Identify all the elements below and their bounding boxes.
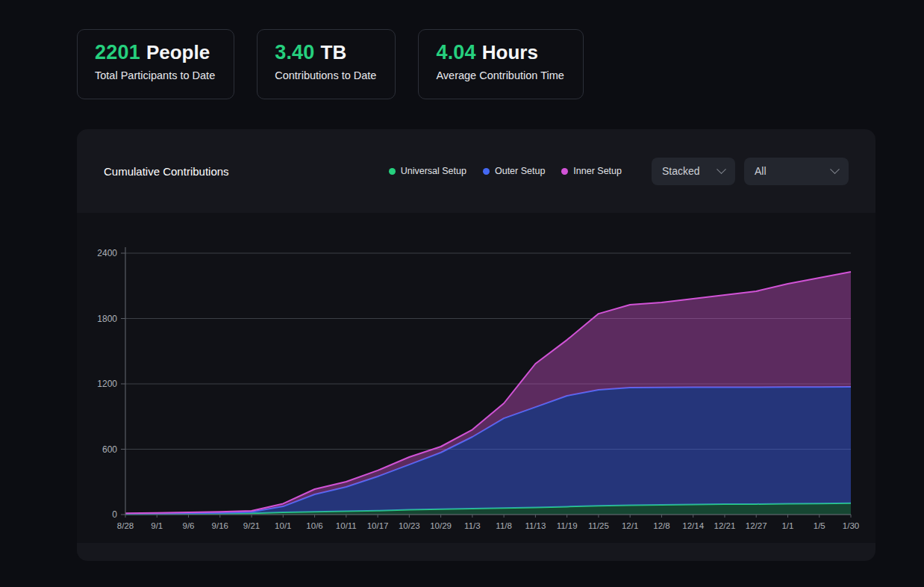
stat-headline: 2201 People	[95, 41, 215, 64]
legend-item-inner-setup[interactable]: Inner Setup	[561, 166, 622, 176]
stat-value: 2201	[95, 41, 140, 64]
svg-text:9/16: 9/16	[212, 521, 228, 530]
stat-value: 4.04	[436, 41, 475, 64]
stat-label: Average Contribution Time	[436, 69, 564, 81]
stat-label: Total Participants to Date	[95, 69, 215, 81]
svg-text:10/11: 10/11	[336, 521, 357, 530]
svg-text:12/1: 12/1	[622, 521, 638, 530]
svg-text:10/29: 10/29	[430, 521, 452, 530]
legend-label: Inner Setup	[573, 166, 622, 176]
svg-text:1/5: 1/5	[814, 521, 825, 530]
svg-text:11/13: 11/13	[525, 521, 546, 530]
svg-text:11/3: 11/3	[464, 521, 481, 530]
svg-text:9/1: 9/1	[151, 521, 163, 530]
stat-unit: Hours	[482, 41, 538, 64]
stat-unit: People	[146, 41, 210, 64]
svg-text:12/14: 12/14	[682, 521, 704, 530]
legend-item-universal-setup[interactable]: Universal Setup	[389, 166, 466, 176]
filter-dropdown-value: All	[755, 165, 767, 177]
contributions-panel: Cumulative Contributions Universal Setup…	[77, 129, 875, 561]
stat-value: 3.40	[275, 41, 314, 64]
stats-row: 2201 People Total Participants to Date 3…	[0, 0, 924, 99]
svg-text:1/30: 1/30	[843, 521, 859, 530]
svg-text:11/25: 11/25	[588, 521, 609, 530]
svg-text:12/27: 12/27	[746, 521, 767, 530]
outer-setup-legend-dot-icon	[483, 168, 490, 175]
chart-area: 06001200180024008/289/19/69/169/2110/110…	[77, 213, 875, 543]
inner-setup-legend-dot-icon	[561, 168, 568, 175]
svg-text:10/1: 10/1	[275, 521, 291, 530]
svg-text:10/17: 10/17	[367, 521, 389, 530]
svg-text:11/8: 11/8	[496, 521, 512, 530]
panel-header: Cumulative Contributions Universal Setup…	[77, 129, 875, 213]
stat-unit: TB	[321, 41, 347, 64]
universal-setup-legend-dot-icon	[389, 168, 396, 175]
stat-card-participants: 2201 People Total Participants to Date	[77, 29, 234, 99]
svg-text:8/28: 8/28	[117, 521, 134, 530]
svg-text:600: 600	[102, 444, 117, 455]
panel-title: Cumulative Contributions	[104, 165, 229, 178]
mode-dropdown-value: Stacked	[662, 165, 700, 177]
stat-card-contributions: 3.40 TB Contributions to Date	[257, 29, 396, 99]
legend-item-outer-setup[interactable]: Outer Setup	[483, 166, 545, 176]
svg-text:0: 0	[112, 509, 117, 520]
stat-headline: 3.40 TB	[275, 41, 376, 64]
svg-text:9/21: 9/21	[243, 521, 260, 530]
chart-controls: Stacked All	[652, 158, 849, 185]
svg-text:10/23: 10/23	[399, 521, 420, 530]
svg-text:2400: 2400	[97, 248, 117, 258]
chevron-down-icon	[717, 164, 726, 174]
filter-dropdown[interactable]: All	[744, 158, 849, 185]
svg-text:10/6: 10/6	[306, 521, 322, 530]
svg-text:1/1: 1/1	[781, 521, 793, 530]
svg-text:9/6: 9/6	[183, 521, 195, 530]
svg-text:12/8: 12/8	[653, 521, 669, 530]
stat-headline: 4.04 Hours	[436, 41, 564, 64]
legend-label: Universal Setup	[401, 166, 466, 176]
svg-text:12/21: 12/21	[714, 521, 736, 530]
chart-legend: Universal SetupOuter SetupInner Setup	[389, 166, 622, 176]
svg-text:1200: 1200	[97, 379, 117, 389]
svg-text:1800: 1800	[97, 314, 117, 324]
cumulative-contributions-chart: 06001200180024008/289/19/69/169/2110/110…	[77, 213, 875, 543]
chevron-down-icon	[830, 164, 840, 174]
mode-dropdown[interactable]: Stacked	[652, 158, 735, 185]
panel-footer-pad	[77, 543, 875, 561]
stat-label: Contributions to Date	[275, 69, 376, 81]
svg-text:11/19: 11/19	[557, 521, 578, 530]
legend-label: Outer Setup	[495, 166, 545, 176]
stat-card-avg-time: 4.04 Hours Average Contribution Time	[418, 29, 583, 99]
